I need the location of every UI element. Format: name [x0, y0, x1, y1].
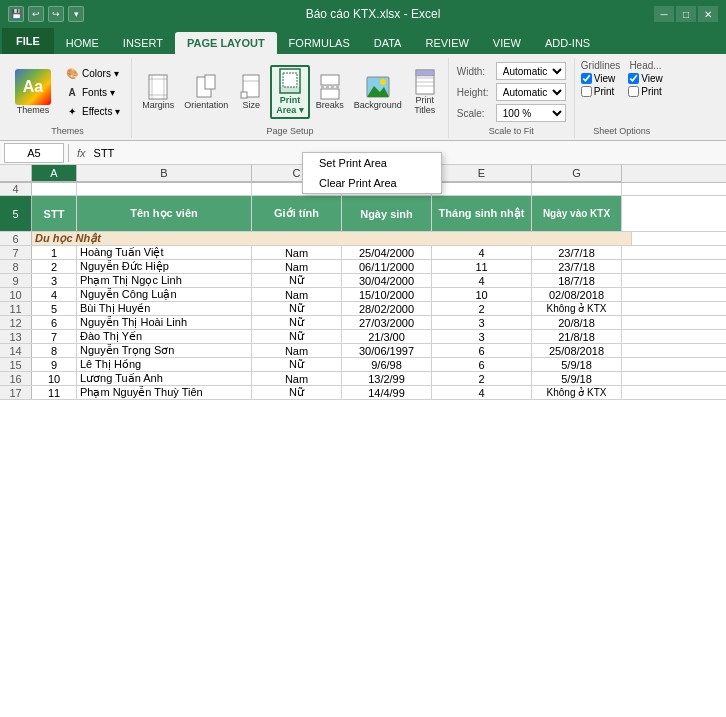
fonts-button[interactable]: A Fonts ▾ [60, 83, 125, 101]
cell-c11[interactable]: Nữ [252, 302, 342, 315]
cell-a8[interactable]: 2 [32, 260, 77, 273]
cell-a16[interactable]: 10 [32, 372, 77, 385]
cell-b16[interactable]: Lương Tuấn Anh [77, 372, 252, 385]
cell-c8[interactable]: Nam [252, 260, 342, 273]
tab-data[interactable]: DATA [362, 32, 414, 54]
cell-d11[interactable]: 28/02/2000 [342, 302, 432, 315]
customize-icon[interactable]: ▾ [68, 6, 84, 22]
close-button[interactable]: ✕ [698, 6, 718, 22]
cell-a13[interactable]: 7 [32, 330, 77, 343]
cell-e10[interactable]: 10 [432, 288, 532, 301]
gridlines-print-checkbox[interactable] [581, 86, 592, 97]
cell-b12[interactable]: Nguyễn Thị Hoài Linh [77, 316, 252, 329]
cell-a5[interactable]: STT [32, 196, 77, 231]
headings-print-checkbox[interactable] [628, 86, 639, 97]
cell-e14[interactable]: 6 [432, 344, 532, 357]
minimize-button[interactable]: ─ [654, 6, 674, 22]
print-area-button[interactable]: PrintArea ▾ [270, 65, 310, 119]
cell-a9[interactable]: 3 [32, 274, 77, 287]
cell-a17[interactable]: 11 [32, 386, 77, 399]
cell-c9[interactable]: Nữ [252, 274, 342, 287]
undo-icon[interactable]: ↩ [28, 6, 44, 22]
tab-add-ins[interactable]: ADD-INS [533, 32, 602, 54]
colors-button[interactable]: 🎨 Colors ▾ [60, 64, 125, 82]
window-controls[interactable]: ─ □ ✕ [654, 6, 718, 22]
cell-d17[interactable]: 14/4/99 [342, 386, 432, 399]
cell-d10[interactable]: 15/10/2000 [342, 288, 432, 301]
gridlines-view-checkbox[interactable] [581, 73, 592, 84]
tab-formulas[interactable]: FORMULAS [277, 32, 362, 54]
set-print-area-item[interactable]: Set Print Area [303, 153, 441, 173]
width-select[interactable]: Automatic 1 page 2 pages [496, 62, 566, 80]
cell-b17[interactable]: Phạm Nguyễn Thuỳ Tiên [77, 386, 252, 399]
cell-e5[interactable]: Tháng sinh nhật [432, 196, 532, 231]
cell-e4[interactable] [432, 183, 532, 195]
cell-g10[interactable]: 02/08/2018 [532, 288, 622, 301]
cell-g17[interactable]: Không ở KTX [532, 386, 622, 399]
cell-b15[interactable]: Lê Thị Hồng [77, 358, 252, 371]
col-header-g[interactable]: G [532, 165, 622, 182]
cell-d9[interactable]: 30/04/2000 [342, 274, 432, 287]
cell-e16[interactable]: 2 [432, 372, 532, 385]
cell-merged-a6[interactable]: Du học Nhật [32, 232, 632, 245]
quick-access-toolbar[interactable]: 💾 ↩ ↪ ▾ [8, 6, 84, 22]
col-header-b[interactable]: B [77, 165, 252, 182]
cell-d13[interactable]: 21/3/00 [342, 330, 432, 343]
cell-d7[interactable]: 25/04/2000 [342, 246, 432, 259]
cell-g8[interactable]: 23/7/18 [532, 260, 622, 273]
cell-a4[interactable] [32, 183, 77, 195]
cell-a11[interactable]: 5 [32, 302, 77, 315]
cell-c13[interactable]: Nữ [252, 330, 342, 343]
headings-view-checkbox[interactable] [628, 73, 639, 84]
tab-home[interactable]: HOME [54, 32, 111, 54]
cell-reference-input[interactable] [4, 143, 64, 163]
redo-icon[interactable]: ↪ [48, 6, 64, 22]
cell-b14[interactable]: Nguyễn Trọng Sơn [77, 344, 252, 357]
col-header-e[interactable]: E [432, 165, 532, 182]
background-button[interactable]: Background [350, 71, 406, 113]
print-titles-button[interactable]: PrintTitles [408, 66, 442, 118]
cell-b11[interactable]: Bùi Thị Huyền [77, 302, 252, 315]
cell-b5[interactable]: Tên học viên [77, 196, 252, 231]
cell-c10[interactable]: Nam [252, 288, 342, 301]
tab-page-layout[interactable]: PAGE LAYOUT [175, 32, 277, 54]
cell-e12[interactable]: 3 [432, 316, 532, 329]
cell-c17[interactable]: Nữ [252, 386, 342, 399]
cell-e15[interactable]: 6 [432, 358, 532, 371]
cell-g15[interactable]: 5/9/18 [532, 358, 622, 371]
cell-g16[interactable]: 5/9/18 [532, 372, 622, 385]
cell-e7[interactable]: 4 [432, 246, 532, 259]
cell-c12[interactable]: Nữ [252, 316, 342, 329]
cell-c7[interactable]: Nam [252, 246, 342, 259]
cell-b9[interactable]: Phạm Thị Ngọc Linh [77, 274, 252, 287]
orientation-button[interactable]: Orientation [180, 71, 232, 113]
cell-g5[interactable]: Ngày vào KTX [532, 196, 622, 231]
cell-g13[interactable]: 21/8/18 [532, 330, 622, 343]
cell-c16[interactable]: Nam [252, 372, 342, 385]
cell-d5[interactable]: Ngày sinh [342, 196, 432, 231]
height-select[interactable]: Automatic 1 page 2 pages [496, 83, 566, 101]
cell-a15[interactable]: 9 [32, 358, 77, 371]
cell-b10[interactable]: Nguyễn Công Luận [77, 288, 252, 301]
cell-d14[interactable]: 30/06/1997 [342, 344, 432, 357]
cell-b8[interactable]: Nguyễn Đức Hiệp [77, 260, 252, 273]
scale-select[interactable]: 100 % 75 % 50 % [496, 104, 566, 122]
margins-button[interactable]: Margins [138, 71, 178, 113]
col-header-a[interactable]: A [32, 165, 77, 182]
cell-e13[interactable]: 3 [432, 330, 532, 343]
cell-e11[interactable]: 2 [432, 302, 532, 315]
tab-view[interactable]: VIEW [481, 32, 533, 54]
cell-e9[interactable]: 4 [432, 274, 532, 287]
cell-b13[interactable]: Đào Thị Yến [77, 330, 252, 343]
cell-a12[interactable]: 6 [32, 316, 77, 329]
cell-c5[interactable]: Giới tính [252, 196, 342, 231]
cell-a14[interactable]: 8 [32, 344, 77, 357]
size-button[interactable]: Size [234, 71, 268, 113]
tab-insert[interactable]: INSERT [111, 32, 175, 54]
cell-g4[interactable] [532, 183, 622, 195]
cell-e17[interactable]: 4 [432, 386, 532, 399]
cell-e8[interactable]: 11 [432, 260, 532, 273]
breaks-button[interactable]: Breaks [312, 71, 348, 113]
cell-g11[interactable]: Không ở KTX [532, 302, 622, 315]
save-icon[interactable]: 💾 [8, 6, 24, 22]
